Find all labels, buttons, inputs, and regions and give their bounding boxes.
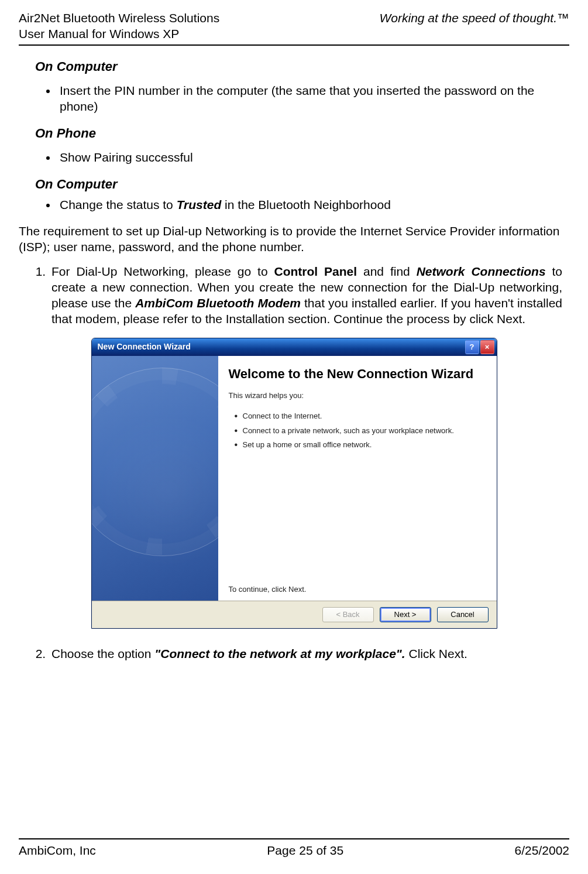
heading-on-computer-1: On Computer (35, 59, 569, 75)
step2-c: Click Next. (405, 647, 467, 660)
wizard-bullet-3: Set up a home or small office network. (235, 440, 478, 450)
step1-ambicom-modem: AmbiCom Bluetooth Modem (135, 296, 301, 310)
bullet-trusted-prefix: Change the status to (60, 198, 177, 211)
wizard-bullet-1: Connect to the Internet. (235, 412, 478, 421)
bullet-trusted-word: Trusted (177, 198, 222, 211)
bullet-pairing-success: Show Pairing successful (57, 150, 562, 166)
wizard-body: Welcome to the New Connection Wizard Thi… (92, 356, 497, 601)
doc-header: Air2Net Bluetooth Wireless Solutions Use… (19, 11, 569, 42)
header-manual: User Manual for Windows XP (19, 26, 219, 42)
wizard-headline: Welcome to the New Connection Wizard (229, 366, 484, 382)
step1-network-connections: Network Connections (417, 265, 546, 278)
back-button[interactable]: < Back (322, 607, 374, 622)
step1-c: and find (357, 265, 417, 278)
cancel-button[interactable]: Cancel (437, 607, 489, 622)
header-tagline: Working at the speed of thought.™ (379, 11, 569, 26)
wizard-bullet-2: Connect to a private network, such as yo… (235, 426, 478, 436)
bullets-on-computer-2: Change the status to Trusted in the Blue… (19, 197, 569, 213)
footer-page: Page 25 of 35 (267, 843, 343, 859)
step-1: For Dial-Up Networking, please go to Con… (49, 264, 562, 327)
page: Air2Net Bluetooth Wireless Solutions Use… (0, 0, 588, 874)
content: On Computer Insert the PIN number in the… (19, 59, 569, 662)
heading-on-computer-2: On Computer (35, 176, 569, 193)
wizard-button-bar: < Back Next > Cancel (92, 601, 497, 628)
bullets-on-computer-1: Insert the PIN number in the computer (t… (19, 83, 569, 115)
bullet-trusted: Change the status to Trusted in the Blue… (57, 197, 562, 213)
wizard-continue-hint: To continue, click Next. (229, 532, 484, 595)
heading-on-phone: On Phone (35, 125, 569, 142)
step-2: Choose the option "Connect to the networ… (49, 646, 562, 662)
steps: For Dial-Up Networking, please go to Con… (19, 264, 569, 327)
bullets-on-phone: Show Pairing successful (19, 150, 569, 166)
steps-continued: Choose the option "Connect to the networ… (19, 646, 569, 662)
new-connection-wizard: New Connection Wizard ? × Welcome to the… (91, 338, 497, 629)
footer-rule (19, 838, 569, 839)
titlebar-close-button[interactable]: × (480, 340, 494, 354)
doc-footer: AmbiCom, Inc Page 25 of 35 6/25/2002 (19, 843, 569, 859)
footer-date: 6/25/2002 (515, 843, 569, 859)
header-rule (19, 44, 569, 46)
wizard-main: Welcome to the New Connection Wizard Thi… (218, 356, 497, 601)
wizard-title-text: New Connection Wizard (98, 342, 191, 352)
header-product: Air2Net Bluetooth Wireless Solutions (19, 11, 219, 26)
wizard-intro: This wizard helps you: (229, 391, 484, 401)
help-icon: ? (470, 342, 474, 352)
step2-option: "Connect to the network at my workplace"… (154, 647, 405, 660)
step2-a: Choose the option (51, 647, 154, 660)
wizard-screenshot: New Connection Wizard ? × Welcome to the… (19, 338, 569, 629)
footer-company: AmbiCom, Inc (19, 843, 96, 859)
step1-a: For Dial-Up Networking, please go to (51, 265, 274, 278)
wizard-side-graphic (92, 356, 218, 601)
bullet-pin: Insert the PIN number in the computer (t… (57, 83, 562, 115)
step1-control-panel: Control Panel (274, 265, 357, 278)
close-icon: × (485, 342, 490, 352)
wizard-titlebar: New Connection Wizard ? × (92, 338, 497, 356)
next-button[interactable]: Next > (380, 607, 431, 622)
requirement-paragraph: The requirement to set up Dial-up Networ… (19, 224, 569, 255)
doc-footer-wrap: AmbiCom, Inc Page 25 of 35 6/25/2002 (19, 838, 569, 859)
bullet-trusted-suffix: in the Bluetooth Neighborhood (221, 198, 391, 211)
wizard-bullets: Connect to the Internet. Connect to a pr… (229, 407, 484, 455)
header-left: Air2Net Bluetooth Wireless Solutions Use… (19, 11, 219, 42)
titlebar-help-button[interactable]: ? (465, 340, 479, 354)
